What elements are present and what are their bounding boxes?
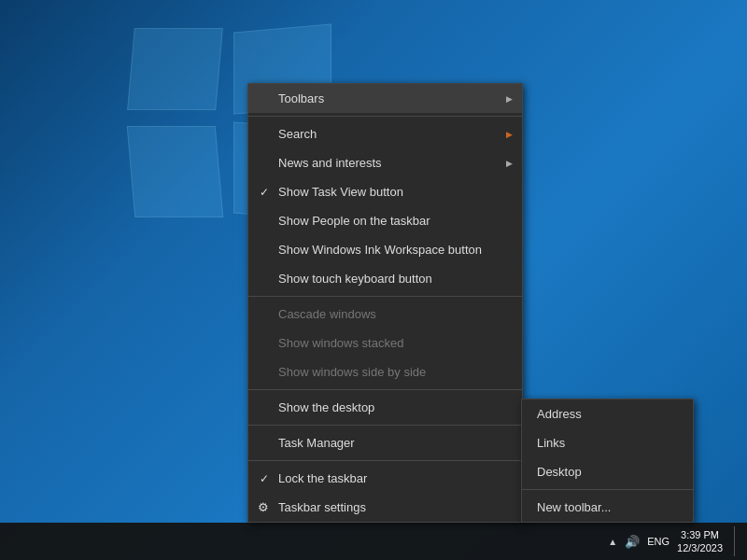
language-indicator[interactable]: ENG xyxy=(647,536,669,547)
hidden-icons-button[interactable]: ▲ xyxy=(608,537,617,547)
toolbars-submenu: Address Links Desktop New toolbar... xyxy=(521,399,694,523)
context-menu: Toolbars Search News and interests Show … xyxy=(247,83,523,523)
submenu-separator xyxy=(522,489,693,490)
menu-separator-5 xyxy=(248,460,522,461)
taskbar: ▲ 🔊 ENG 3:39 PM 12/3/2023 xyxy=(0,523,747,560)
menu-item-showdesktop[interactable]: Show the desktop xyxy=(248,393,522,422)
menu-separator-4 xyxy=(248,425,522,426)
submenu-item-desktop[interactable]: Desktop xyxy=(522,457,693,486)
system-clock[interactable]: 3:39 PM 12/3/2023 xyxy=(677,528,723,555)
menu-item-settings[interactable]: Taskbar settings xyxy=(248,493,522,522)
menu-item-touch[interactable]: Show touch keyboard button xyxy=(248,264,522,293)
system-time: 3:39 PM xyxy=(677,528,723,541)
menu-item-taskview[interactable]: Show Task View button xyxy=(248,177,522,206)
submenu-item-newtoolbar[interactable]: New toolbar... xyxy=(522,493,693,522)
menu-item-cascade[interactable]: Cascade windows xyxy=(248,300,522,329)
menu-item-sidebyside[interactable]: Show windows side by side xyxy=(248,357,522,386)
menu-item-lock[interactable]: Lock the taskbar xyxy=(248,464,522,493)
menu-item-taskmanager[interactable]: Task Manager xyxy=(248,428,522,457)
system-date: 12/3/2023 xyxy=(677,541,723,554)
menu-separator-1 xyxy=(248,116,522,117)
menu-item-news[interactable]: News and interests xyxy=(248,148,522,177)
menu-separator-2 xyxy=(248,296,522,297)
menu-item-search[interactable]: Search xyxy=(248,119,522,148)
menu-item-ink[interactable]: Show Windows Ink Workspace button xyxy=(248,235,522,264)
taskbar-right: ▲ 🔊 ENG 3:39 PM 12/3/2023 xyxy=(600,526,747,556)
volume-icon[interactable]: 🔊 xyxy=(625,535,640,549)
menu-item-people[interactable]: Show People on the taskbar xyxy=(248,206,522,235)
menu-item-toolbars[interactable]: Toolbars xyxy=(248,84,522,113)
show-desktop-button[interactable] xyxy=(734,526,740,556)
desktop: Address Links Desktop New toolbar... Too… xyxy=(0,0,747,560)
menu-item-stacked[interactable]: Show windows stacked xyxy=(248,329,522,357)
menu-separator-3 xyxy=(248,389,522,390)
submenu-item-links[interactable]: Links xyxy=(522,428,693,457)
submenu-item-address[interactable]: Address xyxy=(522,399,693,428)
